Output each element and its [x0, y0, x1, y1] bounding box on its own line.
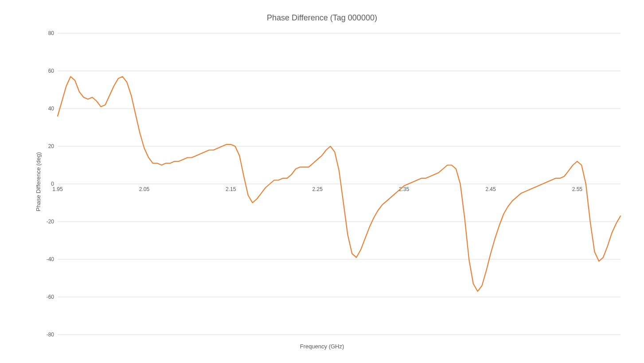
y-tick-label: 20 [48, 143, 55, 149]
x-tick-label: 2.05 [139, 186, 150, 192]
y-tick-label: -40 [47, 256, 55, 262]
x-tick-label: 2.55 [572, 186, 583, 192]
y-tick-label: -80 [47, 332, 55, 338]
y-tick-label: 80 [48, 30, 55, 36]
chart-svg: -80-60-40-200204060801.952.052.152.252.3… [0, 0, 644, 363]
y-tick-label: 60 [48, 68, 55, 74]
x-tick-label: 2.15 [226, 186, 236, 192]
x-tick-label: 2.45 [485, 186, 496, 192]
y-tick-label: -60 [47, 294, 55, 300]
x-tick-label: 2.25 [312, 186, 323, 192]
y-tick-label: 40 [48, 105, 55, 112]
x-tick-label: 1.95 [52, 186, 63, 192]
chart-container: Phase Difference (Tag 000000) Phase Diff… [0, 0, 644, 363]
y-tick-label: -20 [47, 219, 55, 225]
